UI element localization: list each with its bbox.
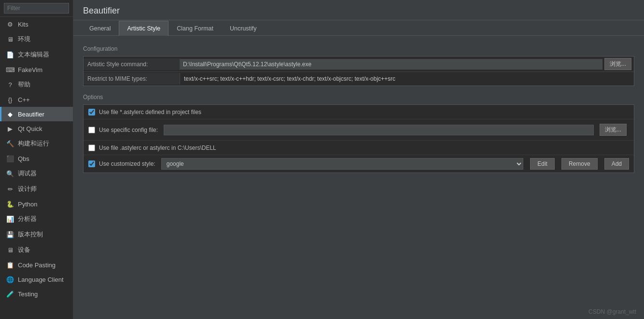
sidebar-items-list: ⚙Kits🖥环境📄文本编辑器⌨FakeVim?帮助{}C++◆Beautifie… <box>0 17 73 301</box>
watermark: CSDN @grant_wtt <box>588 308 636 315</box>
checkbox-specific-config[interactable] <box>88 127 95 133</box>
python-icon: 🐍 <box>6 200 14 208</box>
add-button[interactable]: Add <box>604 158 629 170</box>
sidebar-item-label-analyzer: 分析器 <box>18 215 37 223</box>
tab-general[interactable]: General <box>81 21 119 36</box>
config-label-mime: Restrict to MIME types: <box>84 73 180 85</box>
sidebar-item-build-run[interactable]: 🔨构建和运行 <box>0 136 73 151</box>
sidebar-item-label-code-pasting: Code Pasting <box>18 261 56 269</box>
sidebar-item-label-text-editor: 文本编辑器 <box>18 50 49 59</box>
options-label: Options <box>83 94 634 101</box>
label-home-astylerc: Use file .astylerc or astylerc in C:\Use… <box>99 145 629 151</box>
testing-icon: 🧪 <box>6 290 14 298</box>
sidebar-item-label-qtquick: Qt Quick <box>18 125 42 132</box>
sidebar-item-label-beautifier: Beautifier <box>18 111 44 118</box>
filter-input[interactable] <box>4 3 69 14</box>
remove-button[interactable]: Remove <box>561 158 598 170</box>
option-row-home-astylerc: Use file .astylerc or astylerc in C:\Use… <box>84 141 634 155</box>
sidebar-item-label-debugger: 调试器 <box>18 169 37 178</box>
sidebar-item-label-kits: Kits <box>18 21 28 28</box>
filter-box <box>0 0 73 17</box>
config-input-command[interactable] <box>180 59 602 70</box>
sidebar-item-label-designer: 设计师 <box>18 185 37 193</box>
beautifier-icon: ◆ <box>6 110 14 118</box>
content-area: Configuration Artistic Style command: 浏览… <box>73 36 644 319</box>
device-icon: 🖥 <box>6 246 14 254</box>
sidebar-item-label-testing: Testing <box>18 290 38 298</box>
sidebar-item-qbs[interactable]: ⬛Qbs <box>0 151 73 166</box>
checkbox-home-astylerc[interactable] <box>88 145 95 151</box>
tab-uncrustify[interactable]: Uncrustify <box>222 21 265 36</box>
configuration-label: Configuration <box>83 45 634 52</box>
edit-button[interactable]: Edit <box>530 158 555 170</box>
sidebar-item-label-cpp: C++ <box>18 96 30 103</box>
label-specific-config: Use specific config file: <box>99 127 158 133</box>
sidebar-item-label-fakevim: FakeVim <box>18 66 42 73</box>
configuration-table: Artistic Style command: 浏览... Restrict t… <box>83 56 634 86</box>
sidebar-item-fakevim[interactable]: ⌨FakeVim <box>0 62 73 77</box>
label-custom-style: Use customized style: <box>99 160 155 167</box>
qtquick-icon: ▶ <box>6 125 14 132</box>
checkbox-astylerc[interactable] <box>88 109 95 116</box>
designer-icon: ✏ <box>6 185 14 193</box>
sidebar-item-label-build-run: 构建和运行 <box>18 139 49 148</box>
config-value-mime: text/x-c++src; text/x-c++hdr; text/x-csr… <box>180 73 634 84</box>
option-row-custom-style: Use customized style: googleallmanjavakr… <box>84 155 634 173</box>
sidebar-item-designer[interactable]: ✏设计师 <box>0 181 73 197</box>
code-pasting-icon: 📋 <box>6 261 14 269</box>
tab-clang-format[interactable]: Clang Format <box>168 21 222 36</box>
specific-config-input[interactable] <box>164 125 594 135</box>
fakevim-icon: ⌨ <box>6 66 14 73</box>
sidebar-item-label-python: Python <box>18 201 37 208</box>
browse-button-config[interactable]: 浏览... <box>600 124 627 136</box>
analyzer-icon: 📊 <box>6 215 14 223</box>
sidebar-item-label-env: 环境 <box>18 35 30 44</box>
sidebar-item-label-language-client: Language Client <box>18 276 64 283</box>
sidebar-item-debugger[interactable]: 🔍调试器 <box>0 166 73 181</box>
sidebar-item-label-device: 设备 <box>18 246 30 254</box>
page-title: Beautifier <box>73 0 644 20</box>
tabs-container: GeneralArtistic StyleClang FormatUncrust… <box>73 20 644 36</box>
sidebar-item-version-control[interactable]: 💾版本控制 <box>0 227 73 242</box>
build-run-icon: 🔨 <box>6 140 14 147</box>
sidebar-item-language-client[interactable]: 🌐Language Client <box>0 272 73 287</box>
custom-style-select[interactable]: googleallmanjavakrstroustrupwhitesmithvt… <box>161 158 524 170</box>
option-row-specific-config: Use specific config file: 浏览... <box>84 119 634 141</box>
sidebar: ⚙Kits🖥环境📄文本编辑器⌨FakeVim?帮助{}C++◆Beautifie… <box>0 0 73 319</box>
sidebar-item-help[interactable]: ?帮助 <box>0 77 73 92</box>
version-control-icon: 💾 <box>6 231 14 238</box>
option-row-astylerc: Use file *.astylerc defined in project f… <box>84 105 634 119</box>
sidebar-item-cpp[interactable]: {}C++ <box>0 92 73 107</box>
options-section: Use file *.astylerc defined in project f… <box>83 104 634 173</box>
sidebar-item-text-editor[interactable]: 📄文本编辑器 <box>0 47 73 62</box>
main-content: Beautifier GeneralArtistic StyleClang Fo… <box>73 0 644 319</box>
debugger-icon: 🔍 <box>6 170 14 177</box>
cpp-icon: {} <box>6 96 14 103</box>
label-astylerc: Use file *.astylerc defined in project f… <box>99 109 629 116</box>
config-row-mime: Restrict to MIME types: text/x-c++src; t… <box>84 72 634 86</box>
sidebar-item-python[interactable]: 🐍Python <box>0 197 73 211</box>
sidebar-item-label-qbs: Qbs <box>18 155 29 162</box>
language-client-icon: 🌐 <box>6 276 14 283</box>
sidebar-item-label-version-control: 版本控制 <box>18 230 43 239</box>
sidebar-item-code-pasting[interactable]: 📋Code Pasting <box>0 258 73 272</box>
sidebar-item-beautifier[interactable]: ◆Beautifier <box>0 107 73 121</box>
sidebar-item-kits[interactable]: ⚙Kits <box>0 17 73 31</box>
text-editor-icon: 📄 <box>6 51 14 58</box>
sidebar-item-analyzer[interactable]: 📊分析器 <box>0 211 73 227</box>
sidebar-item-env[interactable]: 🖥环境 <box>0 31 73 47</box>
browse-button-command[interactable]: 浏览... <box>604 58 631 70</box>
tab-artistic-style[interactable]: Artistic Style <box>119 21 168 36</box>
help-icon: ? <box>6 81 14 88</box>
sidebar-item-device[interactable]: 🖥设备 <box>0 242 73 258</box>
sidebar-item-qtquick[interactable]: ▶Qt Quick <box>0 121 73 136</box>
checkbox-custom-style[interactable] <box>88 160 95 167</box>
sidebar-item-label-help: 帮助 <box>18 80 30 89</box>
qbs-icon: ⬛ <box>6 155 14 162</box>
config-row-command: Artistic Style command: 浏览... <box>84 57 634 72</box>
env-icon: 🖥 <box>6 35 14 43</box>
config-label-command: Artistic Style command: <box>84 58 180 70</box>
sidebar-item-testing[interactable]: 🧪Testing <box>0 287 73 301</box>
kits-icon: ⚙ <box>6 20 14 28</box>
